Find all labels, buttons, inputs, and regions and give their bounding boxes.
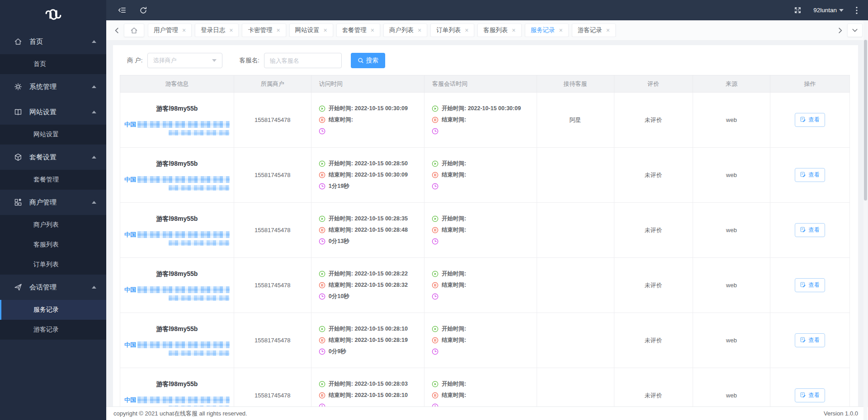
sidebar-group-session-management[interactable]: 会话管理 — [0, 275, 106, 300]
sidebar-group-system-management[interactable]: 系统管理 — [0, 74, 106, 99]
tab-label: 网站设置 — [295, 26, 320, 34]
merchant-select[interactable]: 选择商户 — [147, 53, 222, 68]
close-icon[interactable]: × — [418, 27, 421, 33]
tabs-menu-icon[interactable] — [847, 23, 863, 37]
sidebar-item-merchant-list[interactable]: 商户列表 — [0, 215, 106, 235]
close-icon[interactable]: × — [512, 27, 515, 33]
visitor-name: 游客l98my55b — [120, 160, 234, 168]
sidebar-item-website-settings[interactable]: 网站设置 — [0, 125, 106, 145]
tab-label: 登录日志 — [201, 26, 225, 34]
sidebar-group-website-settings[interactable]: 网站设置 — [0, 99, 106, 125]
tabs-scroll-right-icon[interactable] — [837, 27, 844, 34]
view-icon — [800, 227, 806, 234]
sidebar-group-label: 首页 — [29, 37, 43, 46]
app-logo — [0, 0, 106, 29]
table-row: 游客l98my55b 中国 15581745478 开始时间: 2022-10-… — [120, 313, 850, 368]
visitor-name: 游客l98my55b — [120, 325, 234, 333]
sidebar-group-home[interactable]: 首页 — [0, 29, 106, 54]
close-icon[interactable]: × — [465, 27, 468, 33]
end-time: 结束时间: — [329, 116, 353, 124]
sidebar-item-package-management[interactable]: 套餐管理 — [0, 170, 106, 190]
view-button[interactable]: 查看 — [795, 278, 825, 292]
column-header: 客服会话时间 — [425, 75, 537, 93]
tab-agent-list[interactable]: 客服列表 × — [477, 23, 521, 37]
tab-service-records[interactable]: 服务记录 × — [525, 23, 569, 37]
visitor-location: 中国 — [124, 341, 136, 349]
username: 92luntan — [813, 7, 837, 14]
close-icon[interactable]: × — [606, 27, 610, 33]
main-area: 92luntan 用户管理 × 登录日志 × 卡密管理 — [106, 0, 868, 420]
scrollbar-thumb[interactable] — [864, 40, 867, 201]
view-button[interactable]: 查看 — [795, 223, 825, 237]
visit-time-cell: 开始时间: 2022-10-15 00:28:10 结束时间: 2022-10-… — [311, 313, 424, 368]
search-icon — [358, 57, 364, 64]
source-cell: web — [693, 148, 770, 203]
view-icon — [800, 282, 806, 289]
close-icon[interactable]: × — [559, 27, 563, 33]
end-time: 结束时间: 2022-10-15 00:28:19 — [329, 336, 408, 344]
close-icon[interactable]: × — [371, 27, 374, 33]
tab-user-management[interactable]: 用户管理 × — [148, 23, 192, 37]
sidebar-group-label: 会话管理 — [29, 283, 57, 292]
tab-website-settings[interactable]: 网站设置 × — [289, 23, 333, 37]
user-menu[interactable]: 92luntan — [813, 7, 844, 14]
source-cell: web — [693, 368, 770, 407]
sidebar-group-package-settings[interactable]: 套餐设置 — [0, 145, 106, 170]
tab-home[interactable] — [124, 23, 144, 37]
sidebar-item-order-list[interactable]: 订单列表 — [0, 255, 106, 275]
chevron-up-icon — [92, 40, 96, 43]
visit-time-cell: 开始时间: 2022-10-15 00:28:22 结束时间: 2022-10-… — [311, 258, 424, 313]
sidebar-item-service-records[interactable]: 服务记录 — [0, 300, 106, 320]
gear-icon — [14, 83, 23, 91]
sidebar-group-merchant-management[interactable]: 商户管理 — [0, 190, 106, 215]
sidebar-item-agent-list[interactable]: 客服列表 — [0, 235, 106, 255]
view-button[interactable]: 查看 — [795, 333, 825, 347]
rating-cell: 未评价 — [614, 258, 693, 313]
view-button[interactable]: 查看 — [795, 113, 825, 127]
close-icon[interactable]: × — [276, 27, 280, 33]
tab-login-logs[interactable]: 登录日志 × — [195, 23, 239, 37]
refresh-icon[interactable] — [139, 6, 147, 14]
sidebar-item-visitor-records[interactable]: 游客记录 — [0, 320, 106, 340]
tabs-scroll-left-icon[interactable] — [113, 27, 120, 34]
redacted-info — [169, 185, 230, 191]
scrollbar-track[interactable] — [863, 21, 868, 420]
tab-visitor-records[interactable]: 游客记录 × — [572, 23, 616, 37]
kebab-menu-icon[interactable] — [855, 6, 858, 14]
topbar: 92luntan — [106, 0, 868, 20]
tab-list: 用户管理 × 登录日志 × 卡密管理 × 网站设置 × 套餐管理 × 商户列表 … — [148, 23, 833, 37]
collapse-sidebar-icon[interactable] — [118, 6, 127, 14]
view-button[interactable]: 查看 — [795, 388, 825, 402]
sidebar-item-home[interactable]: 首页 — [0, 54, 106, 74]
visitor-location: 中国 — [124, 176, 136, 184]
table-header-row: 游客信息所属商户访问时间客服会话时间接待客服评价来源操作 — [120, 75, 850, 93]
tab-label: 卡密管理 — [248, 26, 272, 34]
clock-icon — [432, 238, 439, 245]
source-cell: web — [693, 313, 770, 368]
tab-package-management[interactable]: 套餐管理 × — [336, 23, 380, 37]
tab-order-list[interactable]: 订单列表 × — [430, 23, 474, 37]
close-icon[interactable]: × — [324, 27, 327, 33]
close-icon[interactable]: × — [182, 27, 186, 33]
pause-circle-icon — [319, 227, 326, 233]
clock-icon — [319, 293, 326, 300]
duration: 0分13秒 — [329, 238, 349, 245]
play-circle-icon — [432, 215, 439, 222]
tab-card-key-management[interactable]: 卡密管理 × — [242, 23, 286, 37]
clock-icon — [319, 238, 326, 245]
agent-name-input[interactable] — [264, 53, 342, 68]
start-time: 开始时间: — [442, 270, 466, 278]
column-header: 来源 — [693, 75, 770, 93]
session-time-cell: 开始时间: 2022-10-15 00:30:09 结束时间: — [425, 93, 537, 148]
play-circle-icon — [319, 381, 326, 387]
search-button[interactable]: 搜索 — [351, 53, 385, 68]
session-time-cell: 开始时间: 结束时间: — [425, 313, 537, 368]
column-header: 游客信息 — [120, 75, 234, 93]
play-circle-icon — [432, 271, 439, 277]
source-cell: web — [693, 258, 770, 313]
tab-merchant-list[interactable]: 商户列表 × — [383, 23, 427, 37]
tab-label: 服务记录 — [531, 26, 555, 34]
view-button[interactable]: 查看 — [795, 168, 825, 182]
close-icon[interactable]: × — [229, 27, 233, 33]
fullscreen-icon[interactable] — [794, 6, 802, 14]
